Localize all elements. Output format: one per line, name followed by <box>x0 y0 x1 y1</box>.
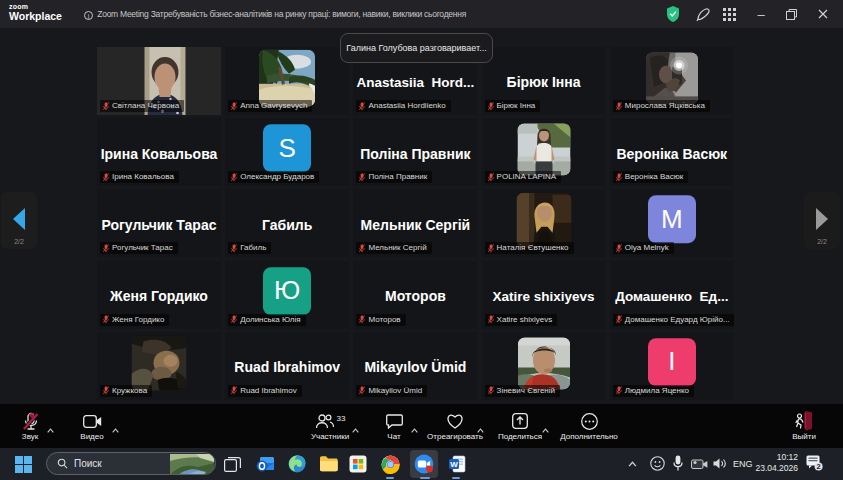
svg-text:W: W <box>450 460 458 469</box>
svg-text:2: 2 <box>817 462 821 471</box>
